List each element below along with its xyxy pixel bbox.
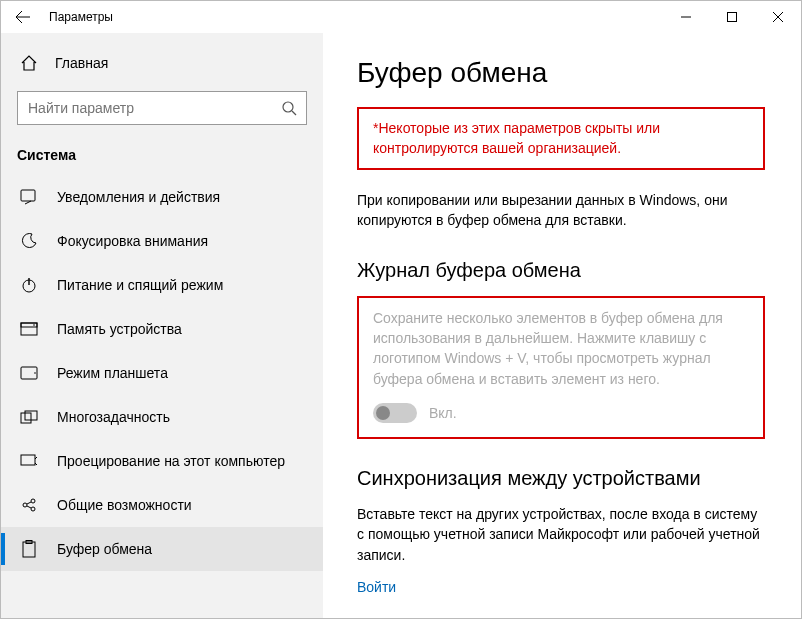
sidebar-item-label: Уведомления и действия	[57, 189, 220, 205]
close-icon	[773, 12, 783, 22]
search-input[interactable]	[18, 100, 272, 116]
multitask-icon	[19, 407, 39, 427]
clipboard-icon	[19, 539, 39, 559]
sidebar-item-storage[interactable]: Память устройства	[1, 307, 323, 351]
sidebar-item-label: Память устройства	[57, 321, 182, 337]
main-panel: Буфер обмена *Некоторые из этих параметр…	[323, 33, 801, 618]
history-toggle	[373, 403, 417, 423]
maximize-icon	[727, 12, 737, 22]
policy-note-box: *Некоторые из этих параметров скрыты или…	[357, 107, 765, 170]
sidebar-item-power-sleep[interactable]: Питание и спящий режим	[1, 263, 323, 307]
minimize-button[interactable]	[663, 1, 709, 33]
sidebar-item-projecting[interactable]: Проецирование на этот компьютер	[1, 439, 323, 483]
history-desc: Сохраните несколько элементов в буфер об…	[373, 308, 749, 389]
sidebar: Главная Система Уведомления и действия	[1, 33, 323, 618]
sync-desc: Вставьте текст на других устройствах, по…	[357, 504, 765, 565]
back-button[interactable]	[1, 1, 45, 33]
search-wrap	[1, 83, 323, 139]
svg-point-1	[283, 102, 293, 112]
sidebar-item-label: Режим планшета	[57, 365, 168, 381]
svg-point-14	[31, 507, 35, 511]
svg-rect-2	[21, 190, 35, 201]
home-icon	[19, 53, 39, 73]
content-area: Главная Система Уведомления и действия	[1, 33, 801, 618]
svg-point-8	[34, 372, 36, 374]
history-section-title: Журнал буфера обмена	[357, 259, 765, 282]
project-icon	[19, 451, 39, 471]
clipboard-intro: При копировании или вырезании данных в W…	[357, 190, 765, 231]
sidebar-item-label: Многозадачность	[57, 409, 170, 425]
page-title: Буфер обмена	[357, 57, 765, 89]
history-section-box: Сохраните несколько элементов в буфер об…	[357, 296, 765, 439]
sign-in-link[interactable]: Войти	[357, 579, 396, 595]
sidebar-item-clipboard[interactable]: Буфер обмена	[1, 527, 323, 571]
sidebar-item-tablet-mode[interactable]: Режим планшета	[1, 351, 323, 395]
sidebar-item-shared-experiences[interactable]: Общие возможности	[1, 483, 323, 527]
search-box[interactable]	[17, 91, 307, 125]
settings-window: Параметры Главная	[0, 0, 802, 619]
notifications-icon	[19, 187, 39, 207]
history-toggle-label: Вкл.	[429, 405, 457, 421]
svg-point-13	[31, 499, 35, 503]
policy-note-text: *Некоторые из этих параметров скрыты или…	[373, 119, 749, 158]
moon-icon	[19, 231, 39, 251]
sidebar-item-multitasking[interactable]: Многозадачность	[1, 395, 323, 439]
sidebar-item-label: Фокусировка внимания	[57, 233, 208, 249]
maximize-button[interactable]	[709, 1, 755, 33]
share-icon	[19, 495, 39, 515]
power-icon	[19, 275, 39, 295]
home-label: Главная	[55, 55, 108, 71]
sidebar-item-notifications[interactable]: Уведомления и действия	[1, 175, 323, 219]
history-toggle-row: Вкл.	[373, 403, 749, 423]
sync-section-title: Синхронизация между устройствами	[357, 467, 765, 490]
svg-point-12	[23, 503, 27, 507]
sidebar-item-label: Буфер обмена	[57, 541, 152, 557]
svg-rect-9	[21, 413, 31, 423]
sidebar-item-label: Общие возможности	[57, 497, 192, 513]
window-controls	[663, 1, 801, 33]
svg-point-6	[33, 324, 35, 326]
svg-rect-15	[23, 542, 35, 557]
tablet-icon	[19, 363, 39, 383]
close-button[interactable]	[755, 1, 801, 33]
arrow-left-icon	[15, 9, 31, 25]
sidebar-item-label: Проецирование на этот компьютер	[57, 453, 285, 469]
group-header-system: Система	[1, 139, 323, 175]
toggle-knob	[376, 406, 390, 420]
svg-rect-11	[21, 455, 35, 465]
titlebar: Параметры	[1, 1, 801, 33]
sidebar-item-label: Питание и спящий режим	[57, 277, 223, 293]
storage-icon	[19, 319, 39, 339]
window-title: Параметры	[45, 10, 113, 24]
home-nav[interactable]: Главная	[1, 43, 323, 83]
minimize-icon	[681, 12, 691, 22]
svg-rect-0	[728, 13, 737, 22]
sidebar-item-focus-assist[interactable]: Фокусировка внимания	[1, 219, 323, 263]
search-icon	[272, 100, 306, 116]
